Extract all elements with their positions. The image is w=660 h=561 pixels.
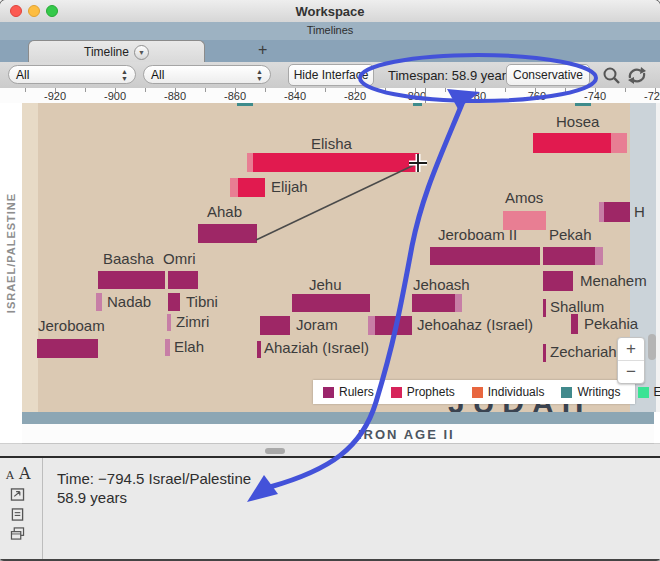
tab-menu-chevron-icon[interactable]: ▼: [134, 45, 149, 60]
margin-column: [22, 103, 38, 412]
app-window: Workspace Timelines Timeline ▼ + All ▲▼ …: [0, 0, 660, 561]
toolbar: All ▲▼ All ▲▼ Hide Interface Timespan: 5…: [0, 62, 660, 89]
filter-1-value: All: [16, 68, 29, 82]
legend-item: Prophets: [391, 385, 455, 399]
filter-dropdown-1[interactable]: All ▲▼: [8, 65, 136, 84]
timeline-bar[interactable]: [292, 294, 370, 312]
timeline-bar[interactable]: [165, 339, 170, 356]
open-in-window-icon[interactable]: [10, 488, 25, 501]
subtitle-bar: Timelines: [0, 22, 660, 41]
axis-divider: [425, 88, 426, 103]
notes-icon[interactable]: [10, 508, 25, 521]
timeline-bar[interactable]: [198, 224, 257, 243]
legend-label: Rulers: [339, 385, 374, 399]
time-axis[interactable]: -920-900-880-860-840-820-800-780-760-740…: [0, 88, 660, 104]
legend-swatch-icon: [391, 387, 402, 398]
timeline-bar[interactable]: [543, 271, 573, 291]
era-label-iron-age: IRON AGE II: [358, 427, 455, 442]
tab-strip: Timeline ▼ +: [0, 40, 660, 62]
timeline-bar[interactable]: [257, 341, 261, 358]
timeline-bar[interactable]: [543, 344, 546, 362]
timeline-bar[interactable]: [412, 294, 462, 312]
popup-arrows-icon: ▲▼: [256, 68, 263, 82]
legend-swatch-icon: [472, 387, 483, 398]
axis-tick-label: -740: [577, 90, 613, 102]
tab-timeline[interactable]: Timeline ▼: [28, 40, 205, 63]
legend-swatch-icon: [323, 387, 334, 398]
title-bar: Workspace: [0, 0, 660, 23]
timeline-bar[interactable]: [96, 293, 102, 311]
timeline-bar[interactable]: [543, 247, 603, 265]
timeline-bar[interactable]: [599, 202, 630, 222]
horizontal-scrollbar[interactable]: [0, 443, 660, 457]
era-band-iron-age: IRON AGE II: [22, 424, 654, 444]
search-icon[interactable]: [602, 66, 621, 85]
timeline-bar[interactable]: [230, 178, 265, 197]
timespan-readout: Timespan: 58.9 years: [388, 68, 513, 83]
legend: RulersProphetsIndividualsWritingsEvents: [313, 380, 635, 404]
legend-swatch-icon: [638, 387, 649, 398]
axis-tick-label: -820: [337, 90, 373, 102]
filter-2-value: All: [151, 68, 164, 82]
axis-tick-label: -760: [517, 90, 553, 102]
legend-label: Events: [654, 385, 660, 399]
legend-swatch-icon: [561, 387, 572, 398]
legend-item: Events: [638, 385, 660, 399]
timeline-bar[interactable]: [533, 133, 627, 153]
axis-tick-mark: [265, 88, 266, 92]
axis-tick-label: -780: [457, 90, 493, 102]
hide-interface-button[interactable]: Hide Interface: [288, 64, 374, 86]
axis-tick-mark: [505, 88, 506, 92]
legend-label: Individuals: [488, 385, 545, 399]
legend-item: Rulers: [323, 385, 374, 399]
zoom-control: + −: [617, 337, 645, 384]
info-panel: A A Time: −794.5 Israel/Palestine 58.9 y…: [0, 456, 660, 561]
filter-dropdown-2[interactable]: All ▲▼: [143, 65, 271, 84]
text-size-icon[interactable]: A A: [6, 464, 31, 483]
writings-tick[interactable]: [575, 103, 591, 106]
timeline-bar[interactable]: [247, 153, 419, 172]
vertical-scrollbar-thumb[interactable]: [648, 334, 656, 360]
timeline-bar[interactable]: [503, 211, 546, 230]
status-span-text: 58.9 years: [57, 489, 127, 506]
axis-tick-label: -880: [157, 90, 193, 102]
legend-item: Writings: [561, 385, 620, 399]
zoom-out-button[interactable]: −: [618, 361, 644, 383]
timeline-bar[interactable]: [98, 271, 165, 289]
text-size-large: A: [19, 464, 31, 483]
timeline-bar[interactable]: [168, 293, 180, 311]
timeline-bar[interactable]: [168, 271, 198, 289]
writings-tick[interactable]: [413, 103, 422, 106]
axis-tick-label: -920: [37, 90, 73, 102]
timeline-bar[interactable]: [571, 314, 578, 334]
timeline-bar[interactable]: [430, 247, 540, 265]
axis-tick-mark: [205, 88, 206, 92]
writings-tick[interactable]: [237, 103, 253, 106]
timeline-bar[interactable]: [543, 299, 546, 317]
region-vertical-label: ISRAEL/PALESTINE: [5, 183, 17, 323]
axis-tick-mark: [145, 88, 146, 92]
horizontal-scrollbar-thumb[interactable]: [265, 448, 285, 454]
timeline-bar[interactable]: [260, 316, 290, 335]
legend-label: Writings: [577, 385, 620, 399]
timeline-bar[interactable]: [37, 339, 98, 358]
axis-tick-mark: [445, 88, 446, 92]
new-tab-button[interactable]: +: [258, 41, 267, 59]
axis-tick-mark: [25, 88, 26, 92]
axis-tick-mark: [85, 88, 86, 92]
popup-arrows-icon: ▲▼: [121, 68, 128, 82]
timeline-bar[interactable]: [368, 316, 412, 335]
legend-label: Prophets: [407, 385, 455, 399]
timeline-bar[interactable]: [167, 314, 171, 331]
axis-tick-label: -720: [637, 90, 660, 102]
windows-stack-icon[interactable]: [10, 527, 25, 540]
right-edge: [656, 103, 660, 412]
sync-arrows-icon[interactable]: [626, 66, 648, 85]
axis-tick-label: -800: [397, 90, 433, 102]
conservative-button[interactable]: Conservative: [506, 64, 590, 86]
axis-tick-mark: [565, 88, 566, 92]
window-subtitle: Timelines: [0, 24, 660, 36]
axis-tick-label: -900: [97, 90, 133, 102]
era-band-divider: [22, 412, 654, 424]
zoom-in-button[interactable]: +: [618, 338, 644, 361]
